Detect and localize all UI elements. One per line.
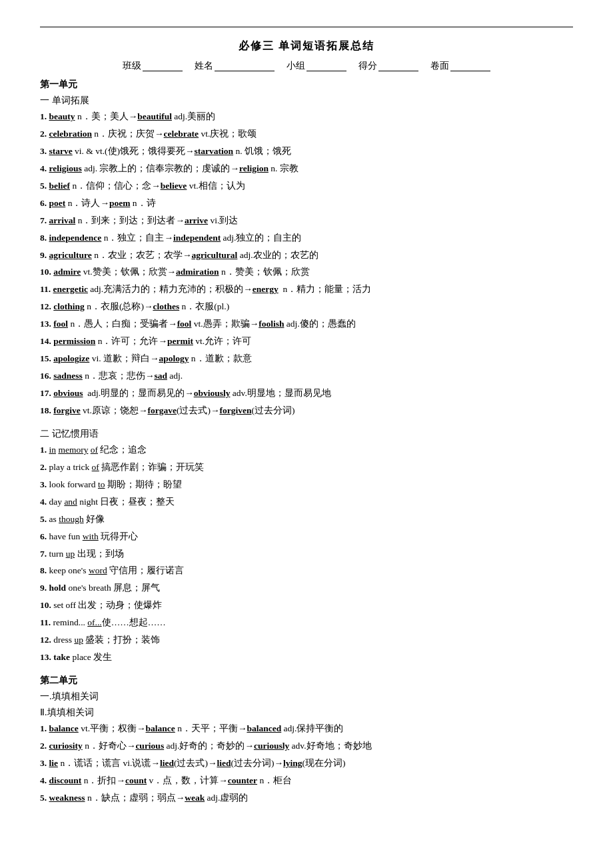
list-item: 5. belief n．信仰；信心；念→believe vt.相信；认为: [40, 179, 573, 194]
list-item: 8. keep one's word 守信用；履行诺言: [40, 563, 573, 579]
list-item: 4. discount n．折扣→count v．点，数，计算→counter …: [40, 773, 573, 789]
class-field: 班级: [123, 60, 183, 72]
unit1-phrase-list: 1. in memory of 纪念；追念 2. play a trick of…: [40, 443, 573, 665]
list-item: 1. beauty n．美；美人→beautiful adj.美丽的: [40, 109, 573, 125]
unit1-word-list: 1. beauty n．美；美人→beautiful adj.美丽的 2. ce…: [40, 109, 573, 419]
list-item: 10. set off 出发；动身；使爆炸: [40, 598, 573, 613]
unit2-word-list: 1. balance vt.平衡；权衡→balance n．天平；平衡→bala…: [40, 721, 573, 806]
unit2: 第二单元 一.填填相关词 Ⅱ.填填相关词 1. balance vt.平衡；权衡…: [40, 675, 573, 806]
list-item: 5. as though 好像: [40, 512, 573, 527]
list-item: 3. starve vi. & vt.(使)饿死；饿得要死→starvation…: [40, 144, 573, 159]
name-field: 姓名: [195, 60, 275, 72]
list-item: 6. poet n．诗人→poem n．诗: [40, 196, 573, 211]
unit1-section2-title: 二 记忆惯用语: [40, 428, 573, 440]
list-item: 2. play a trick of 搞恶作剧；诈骗；开玩笑: [40, 460, 573, 475]
list-item: 12. dress up 盛装；打扮；装饰: [40, 633, 573, 648]
list-item: 11. remind... of...使……想起……: [40, 615, 573, 631]
group-input: [306, 61, 346, 71]
main-title: 必修三 单词短语拓展总结: [40, 39, 573, 53]
list-item: 17. obvious adj.明显的；显而易见的→obviously adv.…: [40, 386, 573, 401]
score-field: 得分: [358, 60, 418, 72]
list-item: 6. have fun with 玩得开心: [40, 529, 573, 545]
list-item: 13. fool n．愚人；白痴；受骗者→fool vt.愚弄；欺骗→fooli…: [40, 317, 573, 332]
unit2-title: 第二单元: [40, 675, 573, 687]
group-field: 小组: [287, 60, 346, 72]
name-input: [215, 61, 275, 71]
list-item: 9. hold one's breath 屏息；屏气: [40, 581, 573, 596]
list-item: 7. turn up 出现；到场: [40, 547, 573, 562]
list-item: 14. permission n．许可；允许→permit vt.允许；许可: [40, 334, 573, 349]
list-item: 1. balance vt.平衡；权衡→balance n．天平；平衡→bala…: [40, 721, 573, 737]
unit1: 第一单元 一 单词拓展 1. beauty n．美；美人→beautiful a…: [40, 79, 573, 665]
list-item: 16. sadness n．悲哀；悲伤→sad adj.: [40, 369, 573, 384]
list-item: 10. admire vt.赞美；钦佩；欣赏→admiration n．赞美；钦…: [40, 265, 573, 280]
list-item: 1. in memory of 纪念；追念: [40, 443, 573, 458]
unit1-section1-title: 一 单词拓展: [40, 95, 573, 107]
top-line: [40, 27, 573, 27]
list-item: 15. apologize vi. 道歉；辩白→apology n．道歉；款意: [40, 351, 573, 367]
list-item: 4. day and night 日夜；昼夜；整天: [40, 495, 573, 510]
page-field: 卷面: [430, 60, 490, 72]
unit1-title: 第一单元: [40, 79, 573, 91]
list-item: 3. look forward to 期盼；期待；盼望: [40, 477, 573, 493]
form-row: 班级 姓名 小组 得分 卷面: [40, 60, 573, 72]
unit2-section1-title: 一.填填相关词: [40, 691, 573, 703]
list-item: 5. weakness n．缺点；虚弱；弱点→weak adj.虚弱的: [40, 791, 573, 806]
list-item: 3. lie n．谎话；谎言 vi.说谎→lied(过去式)→lied(过去分词…: [40, 756, 573, 771]
list-item: 13. take place 发生: [40, 650, 573, 665]
list-item: 11. energetic adj.充满活力的；精力充沛的；积极的→energy…: [40, 282, 573, 297]
list-item: 12. clothing n．衣服(总称)→clothes n．衣服(pl.): [40, 299, 573, 315]
list-item: 4. religious adj. 宗教上的；信奉宗教的；虔诚的→religio…: [40, 161, 573, 177]
page-input: [450, 61, 490, 71]
list-item: 9. agriculture n．农业；农艺；农学→agricultural a…: [40, 248, 573, 263]
list-item: 2. celebration n．庆祝；庆贺→celebrate vt.庆祝；歌…: [40, 127, 573, 142]
title-area: 必修三 单词短语拓展总结: [40, 39, 573, 53]
score-input: [378, 61, 418, 71]
list-item: 7. arrival n．到来；到达；到达者→arrive vi.到达: [40, 213, 573, 229]
unit2-section2-title: Ⅱ.填填相关词: [40, 707, 573, 719]
list-item: 18. forgive vt.原谅；饶恕→forgave(过去式)→forgiv…: [40, 403, 573, 419]
list-item: 2. curiosity n．好奇心→curious adj.好奇的；奇妙的→c…: [40, 739, 573, 754]
list-item: 8. independence n．独立；自主→independent adj.…: [40, 231, 573, 246]
class-input: [143, 61, 183, 71]
